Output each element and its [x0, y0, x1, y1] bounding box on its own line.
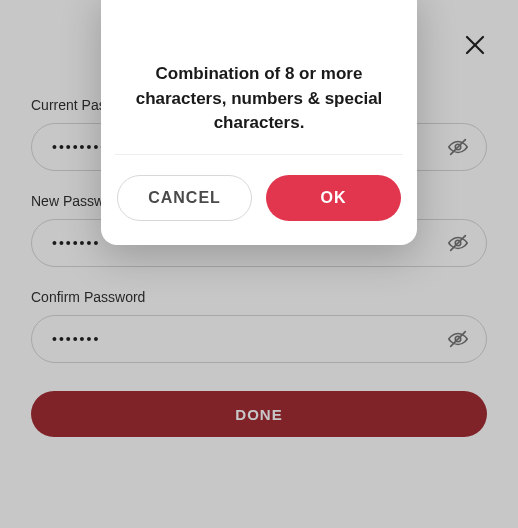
- divider: [115, 154, 403, 155]
- cancel-button[interactable]: CANCEL: [117, 175, 252, 221]
- dialog-message: Combination of 8 or more characters, num…: [125, 62, 393, 136]
- modal-overlay[interactable]: Combination of 8 or more characters, num…: [0, 0, 518, 528]
- validation-dialog: Combination of 8 or more characters, num…: [101, 0, 417, 245]
- ok-button[interactable]: OK: [266, 175, 401, 221]
